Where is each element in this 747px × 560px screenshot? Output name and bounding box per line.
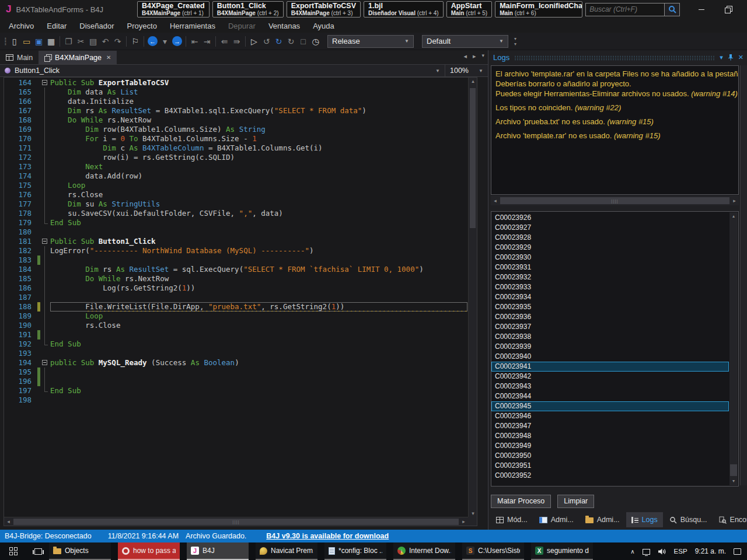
restore-button[interactable] <box>715 0 742 19</box>
log-entry[interactable]: C00023945 <box>491 401 729 411</box>
tab-b4xmainpage[interactable]: B4XMainPage ✕ <box>39 51 117 64</box>
scrollbar-thumb[interactable] <box>730 464 737 476</box>
taskbar-item-idm[interactable]: ↓ Internet Dow... <box>393 542 455 560</box>
code-line-180[interactable]: 180 <box>5 228 467 237</box>
taskbar-item-sublime[interactable]: S C:\Users\Siste... <box>462 542 524 560</box>
quick-tab-mainform_iconifiedchang[interactable]: MainForm_IconifiedChangMain (ctrl + 6) <box>495 1 582 18</box>
log-entry[interactable]: C00023936 <box>491 312 729 322</box>
scroll-right-icon[interactable]: ▸ <box>730 198 739 204</box>
log-entry[interactable]: C00023930 <box>491 253 729 262</box>
logs-horizontal-scrollbar[interactable]: ◂ |||| ▸ <box>491 196 739 205</box>
quick-tab-appstart[interactable]: AppStartMain (ctrl + 5) <box>446 1 493 18</box>
scroll-down-icon[interactable]: ▾ <box>729 477 738 485</box>
open-folder-icon[interactable]: ▭ <box>20 36 33 47</box>
grip-icon[interactable]: ┇ <box>2 36 8 47</box>
log-entry[interactable]: C00023939 <box>491 342 729 352</box>
editor-vertical-scrollbar[interactable]: ▴ ▾ <box>468 78 477 517</box>
fold-collapse-icon[interactable] <box>40 358 50 368</box>
code-line-189[interactable]: 189 Loop <box>5 312 467 321</box>
search-button[interactable] <box>664 4 679 16</box>
zoom-selector[interactable]: 100% ▼ <box>445 65 488 76</box>
taskbar-item-browser[interactable]: how to pass a... <box>118 542 180 560</box>
log-entry[interactable]: C00023947 <box>491 421 729 431</box>
code-line-164[interactable]: 164Public Sub ExportTableToCSV <box>5 78 467 88</box>
code-line-195[interactable]: 195 <box>5 368 467 377</box>
outdent-icon[interactable]: ⇚ <box>218 36 231 47</box>
paste-icon[interactable]: ▤ <box>87 36 99 47</box>
taskbar-item-excel[interactable]: X segumiento d... <box>531 542 593 560</box>
panel-scrollbar-track[interactable] <box>740 65 747 485</box>
taskbar-item-b4j[interactable]: J B4J <box>187 542 249 560</box>
menu-herramientas[interactable]: Herramientas <box>163 22 222 30</box>
code-editor[interactable]: 164Public Sub ExportTableToCSV165 Dim da… <box>4 77 477 526</box>
save-icon[interactable]: ▣ <box>33 36 45 47</box>
code-line-197[interactable]: 197End Sub <box>5 386 467 396</box>
next-sub-icon[interactable]: ⇥ <box>201 36 213 47</box>
code-line-176[interactable]: 176 rs.Close <box>5 190 467 200</box>
undo-icon[interactable]: ↶ <box>99 36 111 47</box>
code-line-186[interactable]: 186 Log(rs.GetString2(1)) <box>5 284 467 293</box>
editor-horizontal-scrollbar[interactable]: ◂ |||| ▸ <box>4 517 468 526</box>
code-line-193[interactable]: 193 <box>5 349 467 358</box>
run-icon[interactable]: ▷ <box>248 36 260 47</box>
build-config-select[interactable]: Release ▼ <box>327 35 414 48</box>
tab-list-dropdown-icon[interactable]: ▾ <box>481 52 484 60</box>
scroll-tabs-left-icon[interactable]: ◂ <box>463 52 467 60</box>
log-entry[interactable]: C00023933 <box>491 282 729 292</box>
rebuild-icon[interactable]: ↻ <box>285 36 297 47</box>
search-input[interactable] <box>586 4 664 16</box>
code-line-179[interactable]: 179End Sub <box>5 218 467 228</box>
log-entry[interactable]: C00023934 <box>491 292 729 302</box>
log-entry[interactable]: C00023931 <box>491 262 729 272</box>
tab-files[interactable]: Admi... <box>580 512 625 527</box>
log-entry[interactable]: C00023943 <box>491 382 729 391</box>
language-indicator[interactable]: ESP <box>674 548 687 555</box>
taskbar-item-notepad[interactable]: *config: Bloc ... <box>324 542 386 560</box>
code-line-174[interactable]: 174 data.Add(row) <box>5 172 467 181</box>
code-line-173[interactable]: 173 Next <box>5 162 467 172</box>
scrollbar-thumb[interactable] <box>470 88 476 228</box>
run-config-select[interactable]: Default ▼ <box>422 35 508 48</box>
stop-icon[interactable]: □ <box>297 36 309 47</box>
toolbar-overflow-icon[interactable]: ▾▾ <box>514 36 516 47</box>
navigate-forward-icon[interactable]: → <box>172 36 182 46</box>
log-entry[interactable]: C00023932 <box>491 272 729 282</box>
code-line-172[interactable]: 172 row(i) = rs.GetString(c.SQLID) <box>5 153 467 162</box>
code-line-171[interactable]: 171 Dim c As B4XTableColumn = B4XTable1.… <box>5 144 467 153</box>
restart-icon[interactable]: ↻ <box>273 36 285 47</box>
scroll-up-icon[interactable]: ▴ <box>469 78 477 84</box>
log-entry[interactable]: C00023949 <box>491 441 729 451</box>
package-icon[interactable]: ▦ <box>45 36 57 47</box>
fold-collapse-icon[interactable] <box>40 237 50 246</box>
log-entry[interactable]: C00023940 <box>491 352 729 362</box>
bookmark-icon[interactable]: ⚐ <box>129 36 141 47</box>
resume-icon[interactable]: ↺ <box>260 36 273 47</box>
notification-center-icon[interactable] <box>734 548 741 555</box>
code-line-181[interactable]: 181Public Sub Button1_Click <box>5 237 467 246</box>
code-line-198[interactable]: 198 <box>5 396 467 405</box>
quick-tab-exporttabletocsv[interactable]: ExportTableToCSVB4XMainPage (ctrl + 3) <box>287 1 361 18</box>
taskbar-item-objects[interactable]: Objects <box>49 542 111 560</box>
clear-logs-button[interactable]: Limpiar <box>557 495 594 508</box>
code-line-184[interactable]: 184 Dim rs As ResultSet = sql.ExecQuery(… <box>5 265 467 274</box>
scroll-down-icon[interactable]: ▾ <box>469 510 477 516</box>
log-entry[interactable]: C00023952 <box>491 471 729 481</box>
fold-collapse-icon[interactable] <box>40 78 50 88</box>
code-line-168[interactable]: 168 Do While rs.NextRow <box>5 116 467 125</box>
code-line-188[interactable]: 188 File.WriteList(File.DirApp, "prueba.… <box>5 302 467 312</box>
log-entry[interactable]: C00023935 <box>491 302 729 312</box>
code-line-177[interactable]: 177 Dim su As StringUtils <box>5 200 467 209</box>
task-view-button[interactable] <box>27 542 49 560</box>
code-line-165[interactable]: 165 Dim data As List <box>5 88 467 97</box>
tab-logs[interactable]: Logs <box>626 512 663 527</box>
menu-archivo[interactable]: Archivo <box>2 22 40 30</box>
code-line-185[interactable]: 185 Do While rs.NextRow <box>5 274 467 284</box>
new-file-icon[interactable]: ▯ <box>8 36 20 47</box>
pin-icon[interactable] <box>728 54 734 61</box>
log-entry[interactable]: C00023927 <box>491 223 729 233</box>
log-entry[interactable]: C00023944 <box>491 391 729 401</box>
code-line-183[interactable]: 183 <box>5 256 467 265</box>
start-button[interactable] <box>0 542 27 560</box>
tab-main[interactable]: Main <box>0 51 39 64</box>
logs-output[interactable]: El archivo 'template.rar' en la carpeta … <box>491 65 739 195</box>
